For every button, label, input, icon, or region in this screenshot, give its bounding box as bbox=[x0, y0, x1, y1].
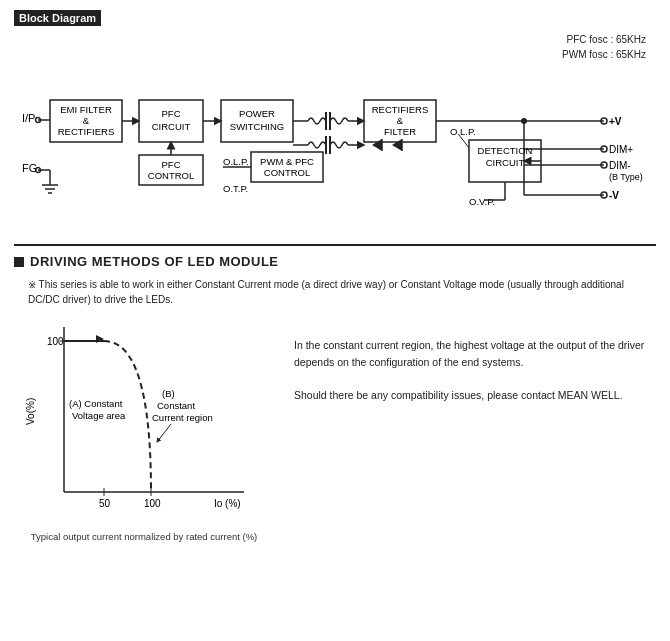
page: Block Diagram PFC fosc : 65KHz PWM fosc … bbox=[0, 0, 670, 641]
svg-text:DETECTION: DETECTION bbox=[478, 145, 533, 156]
svg-text:O.L.P.: O.L.P. bbox=[223, 156, 249, 167]
svg-text:CONTROL: CONTROL bbox=[264, 167, 310, 178]
driving-title-row: DRIVING METHODS OF LED MODULE bbox=[14, 254, 656, 269]
svg-text:Voltage area: Voltage area bbox=[72, 410, 126, 421]
svg-text:O.V.P.: O.V.P. bbox=[469, 196, 495, 207]
svg-text:Constant: Constant bbox=[157, 400, 195, 411]
svg-text:50: 50 bbox=[99, 498, 111, 509]
svg-text:RECTIFIERS: RECTIFIERS bbox=[58, 126, 114, 137]
svg-text:FILTER: FILTER bbox=[384, 126, 416, 137]
svg-marker-68 bbox=[392, 139, 402, 151]
svg-text:O.T.P.: O.T.P. bbox=[223, 183, 248, 194]
chart-area: Vo(%) 100 50 100 Io (%) bbox=[14, 317, 274, 542]
chart-svg: Vo(%) 100 50 100 Io (%) bbox=[14, 317, 274, 527]
svg-text:RECTIFIERS: RECTIFIERS bbox=[372, 104, 428, 115]
svg-text:(A) Constant: (A) Constant bbox=[69, 398, 123, 409]
driving-title-icon bbox=[14, 257, 24, 267]
svg-text:CONTROL: CONTROL bbox=[148, 170, 194, 181]
svg-text:POWER: POWER bbox=[239, 108, 275, 119]
driving-text-line2: depends on the configuration of the end … bbox=[294, 354, 656, 371]
driving-note: This series is able to work in either Co… bbox=[28, 277, 656, 307]
svg-text:I/P: I/P bbox=[22, 112, 35, 124]
svg-text:+V: +V bbox=[609, 116, 622, 127]
block-diagram-svg: I/P FG EMI FILTER & RECTIFIERS PFC CIRCU… bbox=[14, 50, 654, 230]
svg-text:(B): (B) bbox=[162, 388, 175, 399]
svg-text:PWM & PFC: PWM & PFC bbox=[260, 156, 314, 167]
svg-line-90 bbox=[157, 424, 171, 442]
svg-text:PFC: PFC bbox=[162, 159, 181, 170]
svg-text:O.L.P.: O.L.P. bbox=[450, 126, 476, 137]
driving-text-line3: Should there be any compatibility issues… bbox=[294, 387, 656, 404]
svg-text:FG: FG bbox=[22, 162, 37, 174]
chart-caption: Typical output current normalized by rat… bbox=[14, 531, 274, 542]
block-diagram-header: Block Diagram bbox=[14, 10, 656, 26]
svg-text:-V: -V bbox=[609, 190, 619, 201]
driving-text-line1: In the constant current region, the high… bbox=[294, 337, 656, 354]
svg-text:&: & bbox=[397, 115, 404, 126]
svg-text:CIRCUIT: CIRCUIT bbox=[152, 121, 191, 132]
svg-text:(B Type): (B Type) bbox=[609, 172, 643, 182]
svg-text:Io (%): Io (%) bbox=[214, 498, 241, 509]
svg-text:SWITCHING: SWITCHING bbox=[230, 121, 284, 132]
driving-title: DRIVING METHODS OF LED MODULE bbox=[30, 254, 279, 269]
svg-text:PFC: PFC bbox=[162, 108, 181, 119]
driving-content: Vo(%) 100 50 100 Io (%) bbox=[14, 317, 656, 542]
svg-text:EMI FILTER: EMI FILTER bbox=[60, 104, 112, 115]
svg-text:Current region: Current region bbox=[152, 412, 213, 423]
svg-text:DIM+: DIM+ bbox=[609, 144, 633, 155]
svg-text:CIRCUIT: CIRCUIT bbox=[486, 157, 525, 168]
svg-text:100: 100 bbox=[144, 498, 161, 509]
block-diagram-title-box: Block Diagram bbox=[14, 10, 101, 26]
svg-marker-66 bbox=[372, 139, 382, 151]
svg-text:&: & bbox=[83, 115, 90, 126]
driving-text-block: In the constant current region, the high… bbox=[294, 317, 656, 404]
block-diagram-area: PFC fosc : 65KHz PWM fosc : 65KHz I/P FG… bbox=[14, 32, 656, 232]
pfc-fosc: PFC fosc : 65KHz bbox=[562, 32, 646, 47]
driving-methods-section: DRIVING METHODS OF LED MODULE This serie… bbox=[14, 244, 656, 542]
svg-text:DIM-: DIM- bbox=[609, 160, 631, 171]
svg-text:Vo(%): Vo(%) bbox=[25, 398, 36, 425]
